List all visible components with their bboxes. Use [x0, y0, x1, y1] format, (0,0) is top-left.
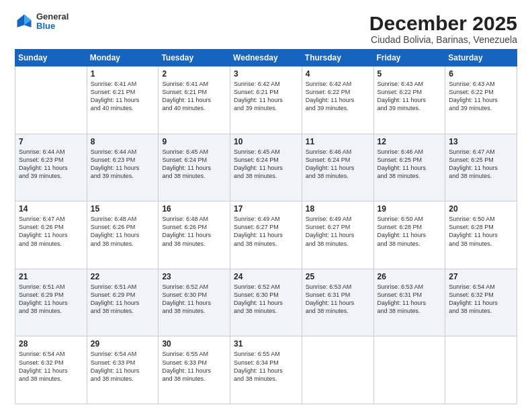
- day-number: 18: [306, 204, 370, 214]
- calendar-cell: 24Sunrise: 6:52 AMSunset: 6:30 PMDayligh…: [230, 269, 302, 336]
- day-number: 20: [449, 204, 513, 214]
- col-header-saturday: Saturday: [445, 50, 517, 66]
- day-number: 26: [378, 272, 442, 281]
- day-info: Sunrise: 6:47 AMSunset: 6:25 PMDaylight:…: [449, 148, 513, 181]
- calendar-header-row: SundayMondayTuesdayWednesdayThursdayFrid…: [15, 50, 517, 66]
- day-info: Sunrise: 6:52 AMSunset: 6:30 PMDaylight:…: [162, 283, 226, 316]
- logo-icon: [15, 12, 34, 31]
- day-number: 6: [449, 69, 513, 79]
- day-info: Sunrise: 6:53 AMSunset: 6:31 PMDaylight:…: [378, 283, 442, 316]
- month-title: December 2025: [369, 12, 517, 34]
- day-number: 13: [449, 137, 513, 146]
- day-info: Sunrise: 6:50 AMSunset: 6:28 PMDaylight:…: [378, 215, 442, 248]
- col-header-wednesday: Wednesday: [230, 50, 302, 66]
- col-header-monday: Monday: [87, 50, 159, 66]
- title-block: December 2025 Ciudad Bolivia, Barinas, V…: [369, 12, 517, 45]
- day-info: Sunrise: 6:46 AMSunset: 6:24 PMDaylight:…: [306, 148, 370, 181]
- day-number: 9: [162, 137, 226, 146]
- logo-text: General Blue: [36, 12, 69, 32]
- day-info: Sunrise: 6:51 AMSunset: 6:29 PMDaylight:…: [19, 283, 83, 316]
- calendar-cell: 27Sunrise: 6:54 AMSunset: 6:32 PMDayligh…: [445, 269, 517, 336]
- calendar-cell: 30Sunrise: 6:55 AMSunset: 6:33 PMDayligh…: [159, 336, 230, 404]
- day-number: 16: [162, 204, 226, 214]
- calendar-cell: 25Sunrise: 6:53 AMSunset: 6:31 PMDayligh…: [302, 269, 373, 336]
- day-number: 7: [19, 137, 83, 146]
- day-number: 21: [19, 272, 83, 281]
- day-info: Sunrise: 6:55 AMSunset: 6:33 PMDaylight:…: [162, 350, 226, 383]
- day-number: 22: [91, 272, 155, 281]
- calendar-cell: 19Sunrise: 6:50 AMSunset: 6:28 PMDayligh…: [373, 201, 445, 269]
- day-number: 4: [306, 69, 370, 79]
- day-info: Sunrise: 6:54 AMSunset: 6:32 PMDaylight:…: [19, 350, 83, 383]
- calendar-cell: 26Sunrise: 6:53 AMSunset: 6:31 PMDayligh…: [373, 269, 445, 336]
- calendar-cell: 11Sunrise: 6:46 AMSunset: 6:24 PMDayligh…: [302, 134, 373, 201]
- col-header-tuesday: Tuesday: [159, 50, 230, 66]
- day-number: 14: [19, 204, 83, 214]
- day-number: 11: [306, 137, 370, 146]
- calendar-cell: 6Sunrise: 6:43 AMSunset: 6:22 PMDaylight…: [445, 66, 517, 134]
- day-number: 31: [234, 339, 298, 349]
- day-info: Sunrise: 6:45 AMSunset: 6:24 PMDaylight:…: [162, 148, 226, 181]
- day-info: Sunrise: 6:53 AMSunset: 6:31 PMDaylight:…: [306, 283, 370, 316]
- day-number: 29: [91, 339, 155, 349]
- calendar-cell: 20Sunrise: 6:50 AMSunset: 6:28 PMDayligh…: [445, 201, 517, 269]
- day-info: Sunrise: 6:42 AMSunset: 6:21 PMDaylight:…: [234, 80, 298, 113]
- calendar-cell: 8Sunrise: 6:44 AMSunset: 6:23 PMDaylight…: [87, 134, 159, 201]
- day-info: Sunrise: 6:48 AMSunset: 6:26 PMDaylight:…: [91, 215, 155, 248]
- logo: General Blue: [15, 12, 69, 32]
- page: General Blue December 2025 Ciudad Bolivi…: [0, 0, 532, 411]
- calendar-week-row: 1Sunrise: 6:41 AMSunset: 6:21 PMDaylight…: [15, 66, 517, 134]
- calendar-cell: 17Sunrise: 6:49 AMSunset: 6:27 PMDayligh…: [230, 201, 302, 269]
- calendar-cell: 23Sunrise: 6:52 AMSunset: 6:30 PMDayligh…: [159, 269, 230, 336]
- calendar-cell: 5Sunrise: 6:43 AMSunset: 6:22 PMDaylight…: [373, 66, 445, 134]
- day-info: Sunrise: 6:49 AMSunset: 6:27 PMDaylight:…: [234, 215, 298, 248]
- calendar-table: SundayMondayTuesdayWednesdayThursdayFrid…: [15, 49, 517, 404]
- day-number: 25: [306, 272, 370, 281]
- day-info: Sunrise: 6:44 AMSunset: 6:23 PMDaylight:…: [91, 148, 155, 181]
- calendar-cell: 31Sunrise: 6:55 AMSunset: 6:34 PMDayligh…: [230, 336, 302, 404]
- day-number: 8: [91, 137, 155, 146]
- calendar-cell: 9Sunrise: 6:45 AMSunset: 6:24 PMDaylight…: [159, 134, 230, 201]
- calendar-week-row: 14Sunrise: 6:47 AMSunset: 6:26 PMDayligh…: [15, 201, 517, 269]
- calendar-cell: [373, 336, 445, 404]
- day-info: Sunrise: 6:49 AMSunset: 6:27 PMDaylight:…: [306, 215, 370, 248]
- day-info: Sunrise: 6:48 AMSunset: 6:26 PMDaylight:…: [162, 215, 226, 248]
- col-header-thursday: Thursday: [302, 50, 373, 66]
- day-number: 28: [19, 339, 83, 349]
- calendar-cell: 1Sunrise: 6:41 AMSunset: 6:21 PMDaylight…: [87, 66, 159, 134]
- day-info: Sunrise: 6:43 AMSunset: 6:22 PMDaylight:…: [378, 80, 442, 113]
- col-header-friday: Friday: [373, 50, 445, 66]
- logo-blue-label: Blue: [36, 21, 69, 31]
- calendar-cell: 28Sunrise: 6:54 AMSunset: 6:32 PMDayligh…: [15, 336, 87, 404]
- calendar-week-row: 21Sunrise: 6:51 AMSunset: 6:29 PMDayligh…: [15, 269, 517, 336]
- day-info: Sunrise: 6:54 AMSunset: 6:33 PMDaylight:…: [91, 350, 155, 383]
- day-number: 17: [234, 204, 298, 214]
- day-info: Sunrise: 6:46 AMSunset: 6:25 PMDaylight:…: [378, 148, 442, 181]
- calendar-cell: 29Sunrise: 6:54 AMSunset: 6:33 PMDayligh…: [87, 336, 159, 404]
- calendar-cell: 2Sunrise: 6:41 AMSunset: 6:21 PMDaylight…: [159, 66, 230, 134]
- calendar-cell: 4Sunrise: 6:42 AMSunset: 6:22 PMDaylight…: [302, 66, 373, 134]
- day-number: 12: [378, 137, 442, 146]
- calendar-cell: 18Sunrise: 6:49 AMSunset: 6:27 PMDayligh…: [302, 201, 373, 269]
- calendar-cell: 10Sunrise: 6:45 AMSunset: 6:24 PMDayligh…: [230, 134, 302, 201]
- calendar-cell: 7Sunrise: 6:44 AMSunset: 6:23 PMDaylight…: [15, 134, 87, 201]
- calendar-cell: [445, 336, 517, 404]
- calendar-cell: 12Sunrise: 6:46 AMSunset: 6:25 PMDayligh…: [373, 134, 445, 201]
- calendar-week-row: 7Sunrise: 6:44 AMSunset: 6:23 PMDaylight…: [15, 134, 517, 201]
- col-header-sunday: Sunday: [15, 50, 87, 66]
- day-number: 15: [91, 204, 155, 214]
- day-info: Sunrise: 6:51 AMSunset: 6:29 PMDaylight:…: [91, 283, 155, 316]
- header: General Blue December 2025 Ciudad Bolivi…: [15, 12, 517, 45]
- calendar-cell: 16Sunrise: 6:48 AMSunset: 6:26 PMDayligh…: [159, 201, 230, 269]
- day-number: 27: [449, 272, 513, 281]
- calendar-week-row: 28Sunrise: 6:54 AMSunset: 6:32 PMDayligh…: [15, 336, 517, 404]
- calendar-cell: 3Sunrise: 6:42 AMSunset: 6:21 PMDaylight…: [230, 66, 302, 134]
- day-info: Sunrise: 6:50 AMSunset: 6:28 PMDaylight:…: [449, 215, 513, 248]
- calendar-cell: [15, 66, 87, 134]
- day-info: Sunrise: 6:55 AMSunset: 6:34 PMDaylight:…: [234, 350, 298, 383]
- calendar-cell: 15Sunrise: 6:48 AMSunset: 6:26 PMDayligh…: [87, 201, 159, 269]
- day-number: 5: [378, 69, 442, 79]
- day-number: 24: [234, 272, 298, 281]
- day-info: Sunrise: 6:41 AMSunset: 6:21 PMDaylight:…: [91, 80, 155, 113]
- day-number: 3: [234, 69, 298, 79]
